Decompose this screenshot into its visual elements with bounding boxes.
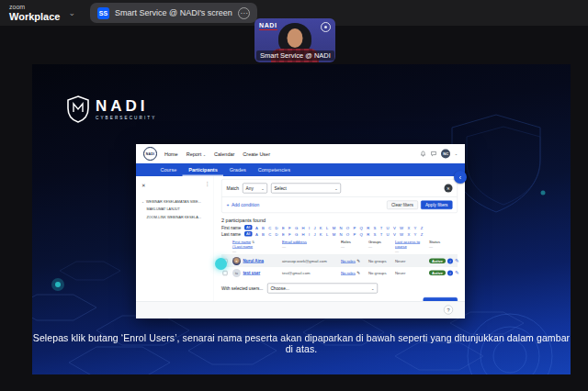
match-type-select[interactable]: Any⌄ [243, 184, 267, 194]
letter-link[interactable]: G [295, 231, 298, 236]
tab-grades[interactable]: Grades [223, 163, 252, 176]
bulk-action-select[interactable]: Choose...⌄ [267, 284, 378, 294]
tab-competencies[interactable]: Competencies [252, 163, 296, 176]
letter-link[interactable]: F [288, 225, 291, 229]
menu-item-create-user[interactable]: Create User [243, 151, 270, 157]
letter-link[interactable]: Q [360, 231, 363, 236]
presenter-video-thumbnail[interactable]: NADI Smart Service @ NADI [254, 18, 335, 62]
workspace-chevron-down-icon[interactable]: ⌄ [68, 8, 75, 17]
letter-link[interactable]: L [326, 225, 328, 229]
letter-link[interactable]: A [255, 225, 258, 229]
collapse-column-icon[interactable]: — [395, 249, 427, 254]
letter-link[interactable]: R [367, 225, 369, 229]
letter-link[interactable]: O [346, 225, 349, 229]
drawer-close-icon[interactable]: ✕ [141, 183, 146, 188]
help-question-icon[interactable]: ? [444, 306, 453, 315]
moodle-nadi-logo[interactable]: NADI [143, 147, 157, 161]
remove-filter-icon[interactable]: ✕ [445, 184, 453, 193]
letter-link[interactable]: K [320, 225, 322, 229]
letter-link[interactable]: S [374, 231, 377, 236]
letter-link[interactable]: D [276, 231, 278, 236]
sort-last-access-link[interactable]: Last access to course [395, 240, 420, 249]
sort-first-name-link[interactable]: First name [232, 240, 251, 244]
letter-link[interactable]: Y [414, 225, 417, 229]
edit-enrolment-pencil-icon[interactable]: ✎ [455, 258, 459, 264]
tab-more-options-icon[interactable]: ⋯ [238, 7, 250, 19]
edit-enrolment-pencil-icon[interactable]: ✎ [455, 270, 459, 276]
letter-link[interactable]: J [313, 225, 315, 229]
letter-link[interactable]: D [276, 225, 278, 229]
letter-link[interactable]: F [288, 231, 291, 236]
menu-item-home[interactable]: Home [164, 151, 178, 157]
participant-name-link[interactable]: Nurul Aina [243, 259, 265, 263]
letter-link[interactable]: P [353, 225, 356, 229]
letter-link[interactable]: E [282, 231, 285, 236]
letter-link[interactable]: S [374, 225, 377, 229]
clear-filters-button[interactable]: Clear filters [387, 201, 418, 210]
menu-item-report[interactable]: Report⌄ [187, 151, 206, 157]
course-index-item[interactable]: MAKLUMAT LANJUT [141, 206, 209, 214]
letter-link[interactable]: R [367, 231, 369, 236]
letter-link[interactable]: G [295, 225, 298, 229]
course-index-item[interactable]: ZOOM-LINK WEBINAR KESELA... [141, 213, 209, 221]
drawer-kebab-icon[interactable]: ⋮ [205, 181, 210, 187]
row-checkbox[interactable] [223, 271, 228, 275]
letter-link[interactable]: N [340, 231, 343, 236]
letter-link[interactable]: T [380, 225, 383, 229]
user-menu-chevron-down-icon[interactable]: ⌄ [455, 151, 458, 156]
enrolment-info-icon[interactable]: i [447, 270, 453, 275]
add-condition-link[interactable]: + Add condition [227, 203, 260, 208]
letter-link[interactable]: W [400, 231, 403, 236]
sort-email-link[interactable]: Email address [282, 240, 307, 244]
collapse-column-icon[interactable]: — [368, 244, 393, 250]
letter-link[interactable]: L [326, 231, 328, 236]
letter-link[interactable]: W [400, 225, 403, 229]
letter-link[interactable]: K [320, 231, 322, 236]
letter-link[interactable]: X [407, 225, 410, 229]
letter-link[interactable]: E [282, 225, 285, 229]
letter-link[interactable]: B [262, 225, 265, 229]
apply-filters-button[interactable]: Apply filters [421, 201, 453, 210]
all-filter-pill[interactable]: All [244, 225, 252, 230]
letter-link[interactable]: M [333, 225, 336, 229]
roles-link[interactable]: No roles [341, 259, 356, 263]
letter-link[interactable]: Y [414, 231, 417, 236]
letter-link[interactable]: I [309, 225, 310, 229]
notification-bell-icon[interactable] [420, 151, 426, 157]
letter-link[interactable]: Z [421, 225, 424, 229]
letter-link[interactable]: J [313, 231, 315, 236]
edit-roles-pencil-icon[interactable]: ✎ [356, 259, 360, 263]
letter-link[interactable]: U [387, 231, 390, 236]
roles-link[interactable]: No roles [341, 271, 356, 275]
all-filter-pill[interactable]: All [244, 231, 252, 237]
letter-link[interactable]: H [302, 231, 305, 236]
letter-link[interactable]: U [387, 225, 390, 229]
collapse-column-icon[interactable]: — [429, 244, 458, 250]
letter-link[interactable]: C [268, 225, 271, 229]
filter-value-select[interactable]: Select⌄ [271, 184, 341, 194]
tab-course[interactable]: Course [154, 163, 183, 176]
letter-link[interactable]: O [346, 231, 349, 236]
letter-link[interactable]: A [255, 231, 258, 236]
letter-link[interactable]: B [262, 231, 265, 236]
messages-icon[interactable] [431, 151, 437, 157]
collapse-column-icon[interactable]: — [232, 249, 280, 254]
letter-link[interactable]: P [353, 231, 356, 236]
letter-link[interactable]: X [407, 231, 410, 236]
collapse-column-icon[interactable]: — [341, 244, 367, 250]
letter-link[interactable]: V [393, 231, 396, 236]
tab-participants[interactable]: Participants [183, 163, 223, 176]
user-avatar[interactable]: NC [441, 150, 450, 159]
collapse-column-icon[interactable]: — [282, 244, 339, 250]
enrolment-info-icon[interactable]: i [447, 258, 453, 263]
edit-roles-pencil-icon[interactable]: ✎ [356, 271, 360, 275]
menu-item-calendar[interactable]: Calendar [214, 151, 234, 157]
letter-link[interactable]: I [309, 231, 310, 236]
letter-link[interactable]: M [333, 231, 336, 236]
course-index-section[interactable]: ⌄ WEBINAR KESELAMATAN SIBE... [141, 197, 209, 206]
shared-screen-tab[interactable]: SS Smart Service @ NADI's screen ⋯ [90, 3, 257, 23]
participant-name-link[interactable]: test user [243, 271, 261, 275]
sort-last-name-link[interactable]: / Last name [232, 244, 253, 249]
block-drawer-toggle[interactable]: ‹ [454, 171, 467, 184]
letter-link[interactable]: C [268, 231, 271, 236]
